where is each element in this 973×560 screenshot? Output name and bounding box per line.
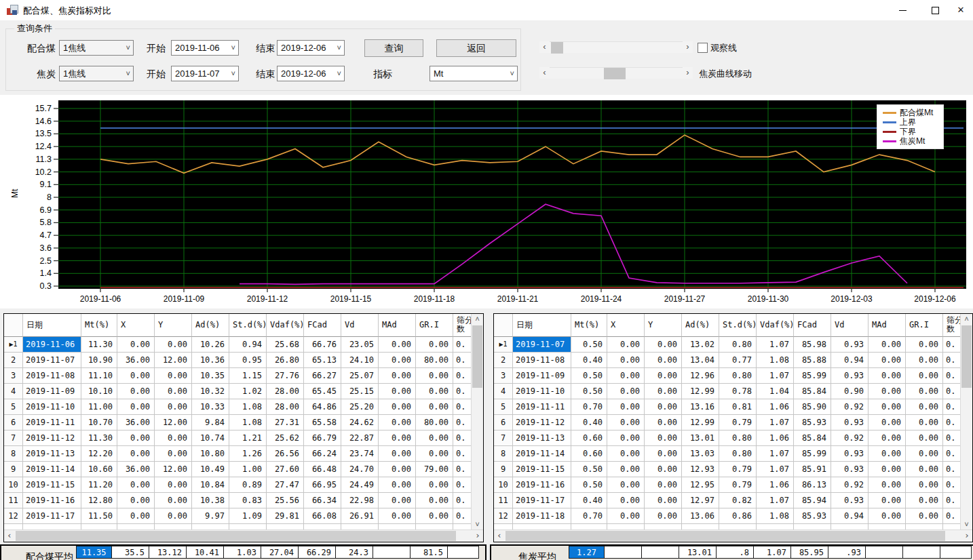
table-cell[interactable]: 0.00	[155, 337, 192, 353]
table-cell[interactable]: 0.00	[155, 368, 192, 384]
table-cell[interactable]: 0.83	[229, 493, 267, 508]
table-cell[interactable]: 2019-11-07	[23, 353, 81, 368]
table-cell[interactable]: 0.94	[831, 508, 869, 524]
table-cell[interactable]: 0.00	[379, 446, 416, 462]
table-cell[interactable]: 0.00	[117, 384, 155, 399]
table-cell[interactable]: 0.00	[645, 446, 682, 462]
table-cell[interactable]: 2019-11-17	[23, 508, 81, 524]
table-cell[interactable]: 65.45	[304, 384, 341, 399]
table-cell[interactable]: 27.76	[267, 368, 304, 384]
row-header[interactable]: 10	[4, 477, 23, 493]
row-header[interactable]: ▶1	[4, 337, 23, 353]
coke-line-select[interactable]: 1焦线 ˅	[59, 66, 134, 81]
table-cell[interactable]: 0.00	[645, 431, 682, 446]
table-cell[interactable]: 2019-11-12	[513, 415, 571, 431]
table-cell[interactable]: 0.00	[869, 353, 906, 368]
table-cell[interactable]: 86.13	[794, 477, 831, 493]
table-cell[interactable]: 10.90	[81, 353, 117, 368]
table-cell[interactable]: 1.00	[229, 462, 267, 477]
coal-data-table[interactable]: 日期Mt(%)XYAd(%)St.d(%)Vdaf(%)FCadVdMAdGR.…	[3, 313, 484, 542]
table-cell[interactable]: 0.50	[571, 337, 607, 353]
table-cell[interactable]: 2019-11-09	[513, 368, 571, 384]
table-row[interactable]: 82019-11-140.600.000.0013.030.801.0785.9…	[494, 446, 972, 462]
column-header[interactable]: Mt(%)	[81, 314, 117, 337]
coke-shift-track[interactable]	[550, 67, 683, 79]
table-cell[interactable]: 79.00	[416, 462, 453, 477]
horizontal-scrollbar[interactable]: ‹›	[4, 529, 483, 542]
indicator-select[interactable]: Mt ˅	[430, 66, 518, 81]
table-row[interactable]: 52019-11-110.700.000.0013.160.811.0685.9…	[494, 399, 972, 415]
table-cell[interactable]: 13.06	[682, 508, 719, 524]
table-cell[interactable]: 66.24	[304, 446, 341, 462]
table-cell[interactable]: 0.81	[719, 399, 757, 415]
table-cell[interactable]: 0.00	[645, 399, 682, 415]
table-cell[interactable]: 0.00	[869, 431, 906, 446]
table-cell[interactable]: 2019-11-08	[513, 353, 571, 368]
observe-scroll-track[interactable]	[550, 41, 683, 54]
vertical-scroll-thumb[interactable]	[472, 325, 482, 388]
table-cell[interactable]: 0.00	[869, 446, 906, 462]
table-cell[interactable]: 10.84	[192, 477, 229, 493]
table-cell[interactable]: 0.70	[571, 508, 607, 524]
table-cell[interactable]: 0.00	[645, 477, 682, 493]
table-cell[interactable]: 25.07	[341, 368, 379, 384]
observe-scroll-thumb[interactable]	[551, 42, 563, 54]
table-cell[interactable]: 27.60	[267, 462, 304, 477]
table-cell[interactable]: 85.84	[794, 431, 831, 446]
coke-start-select[interactable]: 2019-11-07 ˅	[171, 66, 239, 81]
table-cell[interactable]: 1.06	[757, 399, 794, 415]
table-cell[interactable]: 0.00	[416, 399, 453, 415]
table-cell[interactable]: 2019-11-18	[513, 508, 571, 524]
table-cell[interactable]: 1.07	[757, 368, 794, 384]
table-cell[interactable]: 12.99	[682, 415, 719, 431]
table-cell[interactable]: 0.77	[719, 353, 757, 368]
column-header[interactable]: FCad	[304, 314, 341, 337]
scroll-left-icon[interactable]: ‹	[4, 530, 15, 542]
table-cell[interactable]: 1.07	[757, 446, 794, 462]
table-cell[interactable]: 0.00	[869, 493, 906, 508]
table-cell[interactable]: 0.40	[571, 353, 607, 368]
table-cell[interactable]: 23.74	[341, 446, 379, 462]
table-cell[interactable]: 65.13	[304, 353, 341, 368]
horizontal-scrollbar[interactable]: ‹›	[494, 529, 972, 542]
table-cell[interactable]: 0.00	[869, 384, 906, 399]
table-cell[interactable]: 1.08	[229, 399, 267, 415]
table-cell[interactable]: 24.49	[341, 477, 379, 493]
row-header[interactable]: 3	[494, 368, 513, 384]
table-cell[interactable]: 85.99	[794, 446, 831, 462]
table-cell[interactable]: 12.80	[81, 493, 117, 508]
table-cell[interactable]: 2019-11-11	[513, 399, 571, 415]
query-button[interactable]: 查询	[364, 39, 423, 57]
table-cell[interactable]: 2019-11-13	[23, 446, 81, 462]
table-cell[interactable]: 26.56	[267, 446, 304, 462]
maximize-button[interactable]	[920, 0, 950, 20]
scroll-left-icon[interactable]: ‹	[494, 530, 505, 542]
column-header[interactable]: Mt(%)	[571, 314, 607, 337]
table-cell[interactable]: 0.93	[831, 415, 869, 431]
table-cell[interactable]: 85.94	[794, 493, 831, 508]
table-cell[interactable]: 2019-11-08	[23, 368, 81, 384]
table-cell[interactable]: 12.20	[81, 446, 117, 462]
table-cell[interactable]: 13.04	[682, 353, 719, 368]
table-cell[interactable]: 0.00	[869, 368, 906, 384]
table-cell[interactable]: 0.00	[416, 337, 453, 353]
table-cell[interactable]: 0.92	[831, 477, 869, 493]
table-cell[interactable]: 1.07	[757, 415, 794, 431]
table-cell[interactable]: 0.00	[379, 353, 416, 368]
table-cell[interactable]: 1.04	[757, 384, 794, 399]
table-cell[interactable]: 0.00	[607, 477, 645, 493]
table-cell[interactable]: 1.26	[229, 446, 267, 462]
table-cell[interactable]: 0.00	[155, 399, 192, 415]
table-cell[interactable]: 11.50	[81, 508, 117, 524]
table-cell[interactable]: 0.00	[416, 508, 453, 524]
table-cell[interactable]: 80.00	[416, 415, 453, 431]
table-row[interactable]: 92019-11-1410.6036.0012.0010.491.0027.60…	[4, 462, 483, 477]
table-cell[interactable]: 0.00	[416, 384, 453, 399]
table-cell[interactable]: 0.00	[607, 337, 645, 353]
table-cell[interactable]: 0.00	[607, 384, 645, 399]
column-header[interactable]: Vdaf(%)	[267, 314, 304, 337]
coal-end-select[interactable]: 2019-12-06 ˅	[277, 40, 345, 56]
table-cell[interactable]: 66.79	[304, 431, 341, 446]
table-cell[interactable]: 0.00	[416, 446, 453, 462]
table-cell[interactable]: 66.08	[304, 508, 341, 524]
